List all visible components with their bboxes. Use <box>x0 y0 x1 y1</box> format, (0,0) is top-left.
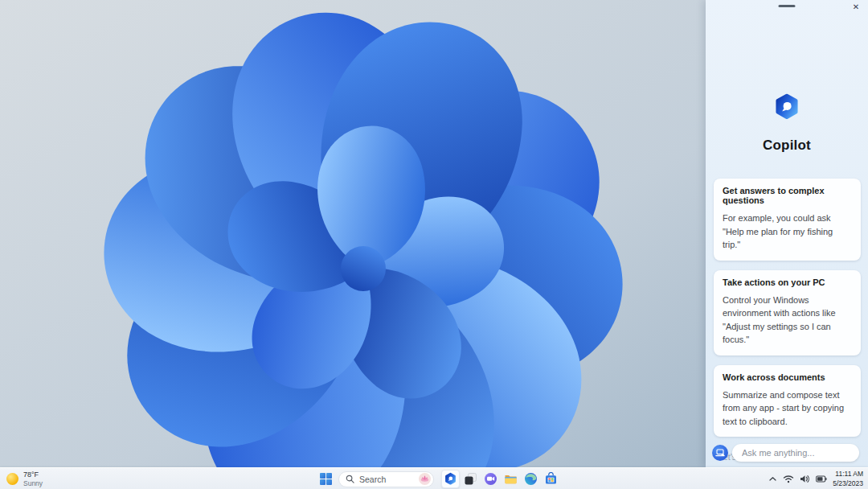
task-view-button[interactable] <box>461 470 480 488</box>
edge-button[interactable] <box>522 470 540 488</box>
battery-icon <box>816 475 827 483</box>
card-title: Take actions on your PC <box>723 277 852 287</box>
file-explorer-icon <box>504 472 518 486</box>
card-body: Control your Windows environment with ac… <box>723 294 852 347</box>
card-body: For example, you could ask "Help me plan… <box>723 212 852 252</box>
weather-widget[interactable]: 78°F Sunny <box>6 468 43 489</box>
taskbar-center-icons: Search <box>317 468 560 489</box>
search-daily-image <box>419 473 431 485</box>
card-title: Work across documents <box>723 372 852 382</box>
edge-icon <box>524 472 538 486</box>
start-icon <box>319 472 333 486</box>
suggestion-card-questions: Get answers to complex questions For exa… <box>714 179 861 261</box>
chat-button[interactable] <box>481 470 500 488</box>
weather-temperature: 78°F <box>23 471 43 479</box>
sun-icon <box>6 473 18 485</box>
copilot-logo-icon <box>772 92 801 121</box>
file-explorer-button[interactable] <box>502 470 520 488</box>
card-body: Summarize and compose text from any app … <box>723 388 852 429</box>
store-icon <box>544 472 558 486</box>
copilot-icon <box>444 472 457 486</box>
laptop-icon <box>715 449 725 458</box>
copilot-suggestions: Get answers to complex questions For exa… <box>714 179 861 489</box>
clock-time: 11:11 AM <box>833 470 863 479</box>
wifi-icon <box>783 475 794 483</box>
copilot-sidebar: ✕ Copilot Get answers to complex questio… <box>706 0 868 467</box>
search-label: Search <box>359 475 414 484</box>
battery-button[interactable] <box>816 475 827 483</box>
copilot-title: Copilot <box>706 138 868 154</box>
volume-button[interactable] <box>800 475 810 483</box>
weather-condition: Sunny <box>23 479 43 487</box>
task-view-icon <box>464 472 477 486</box>
suggestion-card-actions: Take actions on your PC Control your Win… <box>714 270 861 355</box>
panel-drag-handle[interactable] <box>779 5 796 7</box>
search-icon <box>346 475 354 483</box>
taskbar-search[interactable]: Search <box>338 471 434 487</box>
lotus-flower-icon <box>420 474 430 484</box>
ask-me-anything-input[interactable] <box>732 444 859 462</box>
chevron-up-icon <box>768 475 777 483</box>
start-button[interactable] <box>317 470 335 488</box>
copilot-pc-icon[interactable] <box>712 445 728 461</box>
network-button[interactable] <box>783 475 794 483</box>
taskbar-clock[interactable]: 11:11 AM 5/23/2023 <box>833 470 863 487</box>
tray-overflow-button[interactable] <box>768 475 777 483</box>
copilot-input-row <box>712 444 859 462</box>
close-icon[interactable]: ✕ <box>849 1 863 14</box>
taskbar: 78°F Sunny Search <box>0 467 868 489</box>
chat-icon <box>484 472 497 486</box>
store-button[interactable] <box>542 470 560 488</box>
windows-desktop: ✕ Copilot Get answers to complex questio… <box>0 0 868 489</box>
card-title: Get answers to complex questions <box>723 186 852 205</box>
taskbar-copilot-button[interactable] <box>441 470 460 488</box>
speaker-icon <box>800 475 810 483</box>
system-tray: 11:11 AM 5/23/2023 <box>768 468 863 489</box>
clock-date: 5/23/2023 <box>833 479 863 488</box>
suggestion-card-documents: Work across documents Summarize and comp… <box>714 365 861 438</box>
